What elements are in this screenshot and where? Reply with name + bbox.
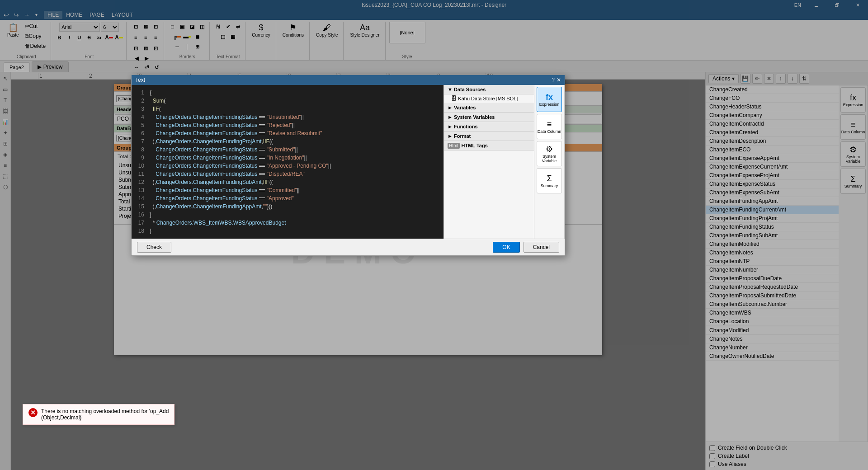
error-icon: ✕ — [28, 408, 38, 417]
ok-button[interactable]: OK — [493, 242, 519, 253]
code-line-4: 4 ChangeOrders.ChangeItemFundingStatus =… — [135, 113, 440, 121]
dialog-content: 1{ 2 Sum( 3 IIF( 4 ChangeOrders.ChangeIt… — [132, 85, 565, 239]
dialog-system-var-btn[interactable]: ⚙ System Variable — [537, 141, 562, 166]
kahu-data-source[interactable]: 🗄 Kahu Data Store [MS SQL] — [444, 94, 534, 103]
code-line-9: 9 ChangeOrders.ChangeItemFundingStatus =… — [135, 154, 440, 162]
format-section[interactable]: ► Format — [444, 132, 534, 141]
dialog-right-panel: ▼ Data Sources 🗄 Kahu Data Store [MS SQL… — [443, 85, 534, 239]
code-editor[interactable]: 1{ 2 Sum( 3 IIF( 4 ChangeOrders.ChangeIt… — [132, 85, 443, 239]
system-variables-section[interactable]: ► System Variables — [444, 113, 534, 122]
functions-section[interactable]: ► Functions — [444, 122, 534, 132]
dialog-close-button[interactable]: ✕ — [557, 77, 561, 83]
code-line-3: 3 IIF( — [135, 105, 440, 113]
code-line-14: 14 ChangeOrders.ChangeItemFundingStatus … — [135, 194, 440, 202]
code-line-2: 2 Sum( — [135, 97, 440, 105]
data-sources-section[interactable]: ▼ Data Sources — [444, 85, 534, 94]
error-message: There is no matching overloaded method f… — [41, 408, 169, 421]
cancel-button[interactable]: Cancel — [524, 242, 559, 253]
code-line-7: 7 ),ChangeOrders.ChangeItemFundingProjAm… — [135, 137, 440, 146]
text-dialog: Text ? ✕ 1{ 2 Sum( 3 IIF( 4 ChangeOrders… — [131, 75, 565, 256]
dialog-title-bar: Text ? ✕ — [132, 75, 565, 85]
code-line-15: 15 ),ChangeOrders.ChangeItemFundingAppAm… — [135, 202, 440, 211]
dialog-data-column-btn[interactable]: ≡ Data Column — [537, 114, 562, 139]
code-line-17: 17 * ChangeOrders.WBS_ItemWBS.WBSApprove… — [135, 219, 440, 227]
code-line-1: 1{ — [135, 89, 440, 97]
code-line-11: 11 ChangeOrders.ChangeItemFundingStatus … — [135, 170, 440, 178]
dialog-overlay: Text ? ✕ 1{ 2 Sum( 3 IIF( 4 ChangeOrders… — [0, 0, 868, 470]
code-line-18: 18} — [135, 227, 440, 235]
error-box: ✕ There is no matching overloaded method… — [23, 404, 175, 425]
code-line-13: 13 ChangeOrders.ChangeItemFundingStatus … — [135, 186, 440, 194]
code-line-12: 12 ),ChangeOrders.ChangeItemFundingSubAm… — [135, 178, 440, 186]
variables-section[interactable]: ► Variables — [444, 103, 534, 113]
dialog-summary-btn[interactable]: Σ Summary — [537, 168, 562, 193]
dialog-expr-icons: fx Expression ≡ Data Column ⚙ System Var… — [534, 85, 565, 239]
dialog-help-button[interactable]: ? — [552, 77, 555, 83]
code-line-16: 16} — [135, 211, 440, 219]
html-tags-section[interactable]: HtmlHTML Tags — [444, 141, 534, 150]
check-button[interactable]: Check — [137, 242, 171, 253]
code-line-10: 10 ChangeOrders.ChangeItemFundingStatus … — [135, 162, 440, 170]
code-line-6: 6 ChangeOrders.ChangeItemFundingStatus =… — [135, 129, 440, 137]
dialog-expression-btn[interactable]: fx Expression — [537, 87, 562, 112]
code-line-5: 5 ChangeOrders.ChangeItemFundingStatus =… — [135, 121, 440, 129]
code-line-8: 8 ChangeOrders.ChangeItemFundingStatus =… — [135, 146, 440, 154]
dialog-buttons: Check OK Cancel — [132, 239, 565, 255]
dialog-title-text: Text — [135, 77, 145, 83]
